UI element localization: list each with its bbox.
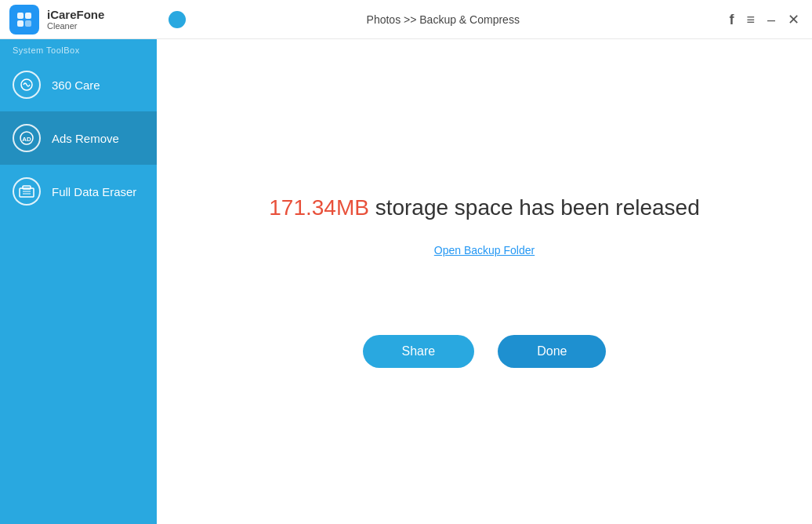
- result-text: storage space has been released: [369, 195, 700, 220]
- full-data-eraser-icon: [13, 177, 41, 206]
- minimize-icon[interactable]: –: [767, 13, 775, 27]
- status-dot: [169, 11, 186, 28]
- sidebar: System ToolBox 360 Care AD Ads Remove: [0, 39, 157, 524]
- sidebar-section-label: System ToolBox: [0, 39, 157, 58]
- window-controls: f ≡ – ✕: [729, 13, 812, 27]
- sidebar-item-360-care[interactable]: 360 Care: [0, 58, 157, 111]
- svg-rect-0: [17, 13, 24, 19]
- sidebar-item-ads-remove[interactable]: AD Ads Remove: [0, 111, 157, 165]
- content-area: 171.34MB storage space has been released…: [157, 39, 812, 524]
- action-buttons: Share Done: [363, 335, 607, 368]
- svg-rect-2: [17, 20, 24, 27]
- share-button[interactable]: Share: [363, 335, 475, 368]
- sidebar-item-label-full-data-eraser: Full Data Eraser: [52, 185, 136, 198]
- logo-text: iCareFone Cleaner: [47, 8, 104, 31]
- app-logo: iCareFone Cleaner: [0, 5, 157, 35]
- ads-remove-icon: AD: [13, 124, 41, 152]
- menu-icon[interactable]: ≡: [746, 13, 755, 27]
- done-button[interactable]: Done: [498, 335, 606, 368]
- 360-care-icon: [13, 71, 41, 99]
- sidebar-item-label-360-care: 360 Care: [52, 78, 100, 92]
- app-subtitle: Cleaner: [47, 21, 104, 31]
- svg-rect-3: [25, 20, 31, 27]
- app-name: iCareFone: [47, 8, 104, 21]
- facebook-icon[interactable]: f: [729, 13, 734, 27]
- svg-rect-1: [25, 13, 31, 19]
- logo-icon: [9, 5, 39, 35]
- close-icon[interactable]: ✕: [788, 13, 799, 27]
- title-bar: iCareFone Cleaner Photos >> Backup & Com…: [0, 0, 812, 39]
- sidebar-item-full-data-eraser[interactable]: Full Data Eraser: [0, 165, 157, 218]
- main-layout: System ToolBox 360 Care AD Ads Remove: [0, 39, 812, 524]
- svg-rect-8: [23, 186, 31, 189]
- result-size: 171.34MB: [269, 195, 369, 220]
- sidebar-item-label-ads-remove: Ads Remove: [52, 132, 119, 145]
- result-message: 171.34MB storage space has been released: [269, 195, 700, 220]
- svg-text:AD: AD: [22, 136, 31, 143]
- breadcrumb: Photos >> Backup & Compress: [157, 13, 729, 26]
- open-backup-folder-link[interactable]: Open Backup Folder: [434, 244, 535, 257]
